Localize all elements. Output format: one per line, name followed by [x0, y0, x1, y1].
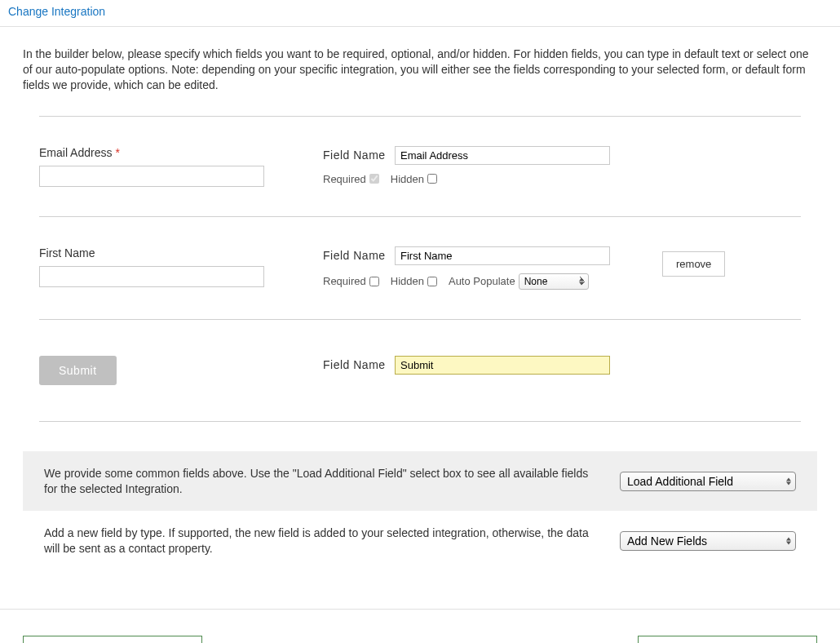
field-block-submit: Submit Field Name [39, 320, 801, 421]
required-star-icon: * [115, 146, 119, 159]
field-name-label: Field Name [323, 358, 387, 371]
top-bar: Change Integration [0, 0, 840, 27]
field-block-firstname: First Name Field Name Required Hidden [39, 217, 801, 319]
add-new-row: Add a new field by type. If supported, t… [23, 511, 817, 571]
field-preview-submit: Submit [39, 356, 307, 385]
field-label-firstname: First Name [39, 246, 307, 259]
footer-bar: Back Create Form [0, 609, 840, 643]
field-preview-firstname: First Name [39, 246, 307, 287]
field-name-label: Field Name [323, 249, 387, 262]
email-required-checkbox[interactable] [369, 174, 379, 184]
change-integration-link[interactable]: Change Integration [8, 5, 105, 18]
load-additional-text: We provide some common fields above. Use… [44, 466, 603, 497]
firstname-preview-input[interactable] [39, 266, 264, 287]
create-form-button[interactable]: Create Form [638, 636, 817, 643]
form-builder: Email Address * Field Name Required Hidd [23, 116, 817, 422]
load-additional-row: We provide some common fields above. Use… [23, 451, 817, 512]
required-label: Required [323, 275, 366, 287]
field-block-email: Email Address * Field Name Required Hidd [39, 117, 801, 216]
firstname-hidden-checkbox[interactable] [427, 277, 437, 286]
remove-button[interactable]: remove [662, 251, 725, 277]
firstname-required-checkbox[interactable] [369, 277, 379, 286]
field-name-label: Field Name [323, 149, 387, 162]
field-config-email: Field Name Required Hidden [323, 146, 646, 185]
intro-text: In the builder below, please specify whi… [23, 47, 817, 93]
submit-preview-button: Submit [39, 356, 117, 385]
required-label: Required [323, 173, 366, 185]
add-new-select[interactable]: Add New Fields [620, 531, 796, 551]
email-preview-input[interactable] [39, 166, 264, 187]
firstname-field-name-input[interactable] [395, 246, 610, 265]
field-config-submit: Field Name [323, 356, 646, 375]
field-label-email: Email Address * [39, 146, 307, 159]
field-preview-email: Email Address * [39, 146, 307, 187]
field-label-text: Email Address [39, 146, 112, 159]
add-new-text: Add a new field by type. If supported, t… [44, 525, 603, 557]
hidden-label: Hidden [391, 275, 424, 287]
content-area: In the builder below, please specify whi… [0, 27, 840, 591]
email-field-name-input[interactable] [395, 146, 610, 165]
auto-populate-label: Auto Populate [449, 275, 515, 287]
email-hidden-checkbox[interactable] [427, 174, 437, 184]
auto-populate-select[interactable]: None [519, 273, 589, 290]
submit-field-name-input[interactable] [395, 356, 610, 375]
load-additional-select[interactable]: Load Additional Field [620, 472, 796, 491]
hidden-label: Hidden [391, 173, 424, 185]
field-config-firstname: Field Name Required Hidden Auto Populate [323, 246, 646, 290]
back-button[interactable]: Back [23, 636, 202, 643]
